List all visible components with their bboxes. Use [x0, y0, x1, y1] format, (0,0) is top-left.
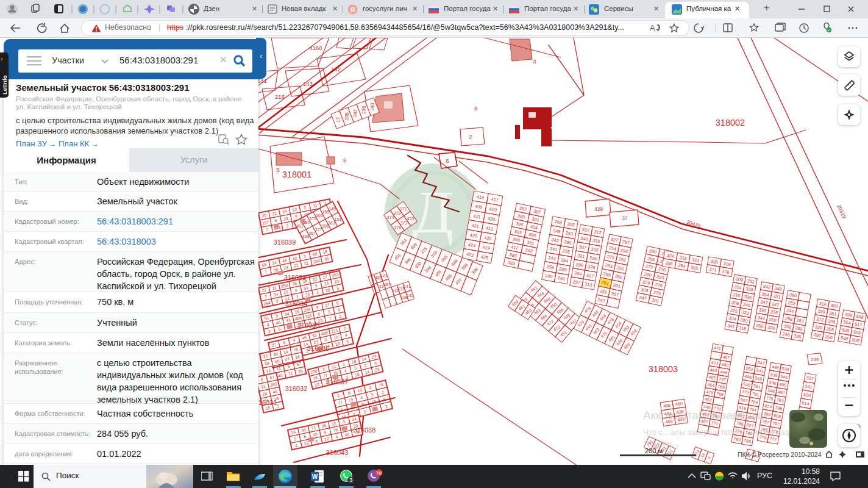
- svg-text:37: 37: [622, 215, 628, 221]
- svg-text:374: 374: [387, 215, 394, 221]
- svg-text:243: 243: [370, 102, 375, 111]
- svg-text:318002: 318002: [716, 118, 745, 127]
- svg-text:76: 76: [376, 470, 382, 476]
- svg-text:318003: 318003: [649, 364, 678, 374]
- svg-text:318001: 318001: [282, 170, 311, 179]
- svg-text:34: 34: [282, 209, 287, 214]
- svg-text:316034: 316034: [285, 300, 308, 307]
- svg-text:155: 155: [322, 210, 330, 214]
- svg-text:363: 363: [328, 221, 335, 225]
- svg-text:316037: 316037: [326, 378, 349, 386]
- svg-text:151: 151: [335, 217, 342, 221]
- svg-text:487: 487: [383, 282, 391, 287]
- svg-text:8: 8: [343, 157, 346, 163]
- svg-text:371: 371: [400, 206, 407, 212]
- svg-text:20: 20: [261, 213, 267, 218]
- svg-text:316032: 316032: [285, 385, 308, 392]
- svg-text:22: 22: [272, 211, 277, 216]
- svg-text:6: 6: [446, 158, 449, 164]
- svg-text:368: 368: [321, 224, 329, 228]
- svg-text:460: 460: [675, 401, 683, 407]
- svg-text:242: 242: [353, 109, 358, 117]
- svg-text:17: 17: [336, 117, 341, 123]
- svg-text:316038: 316038: [354, 426, 376, 434]
- svg-text:236: 236: [361, 106, 367, 114]
- svg-text:316043: 316043: [326, 449, 349, 456]
- svg-text:Д: Д: [412, 178, 454, 246]
- svg-text:316036: 316036: [307, 345, 330, 352]
- svg-text:A: A: [650, 24, 655, 32]
- svg-text:402: 402: [296, 224, 304, 228]
- svg-text:140: 140: [392, 289, 399, 293]
- svg-text:429: 429: [594, 206, 603, 212]
- svg-text:316039: 316039: [274, 239, 296, 246]
- svg-text:4160: 4160: [309, 45, 322, 51]
- svg-text:Я: Я: [350, 7, 355, 13]
- svg-text:377: 377: [315, 228, 322, 232]
- svg-text:249: 249: [811, 357, 819, 362]
- svg-text:6: 6: [474, 105, 477, 112]
- svg-text:485: 485: [663, 403, 671, 409]
- svg-text:12: 12: [292, 207, 297, 212]
- svg-text:316035: 316035: [297, 321, 320, 329]
- svg-text:5: 5: [276, 167, 279, 173]
- svg-text:145: 145: [329, 207, 336, 211]
- svg-text:3: 3: [349, 477, 352, 483]
- svg-text:238: 238: [344, 112, 350, 121]
- svg-text:373: 373: [309, 217, 316, 221]
- svg-text:W: W: [312, 473, 318, 480]
- svg-text:3: 3: [533, 58, 536, 65]
- svg-text:2: 2: [469, 133, 472, 140]
- svg-text:316033: 316033: [284, 274, 307, 281]
- svg-text:488: 488: [375, 276, 382, 280]
- svg-text:376: 376: [394, 225, 401, 231]
- svg-text:138: 138: [400, 295, 408, 300]
- svg-text:372: 372: [400, 220, 408, 226]
- svg-text:33: 33: [379, 284, 384, 289]
- svg-text:366: 366: [316, 214, 323, 218]
- svg-text:24: 24: [283, 216, 289, 221]
- svg-text:367: 367: [308, 231, 316, 235]
- svg-text:369: 369: [302, 234, 310, 239]
- svg-text:423: 423: [407, 216, 414, 221]
- svg-text:379: 379: [393, 210, 400, 216]
